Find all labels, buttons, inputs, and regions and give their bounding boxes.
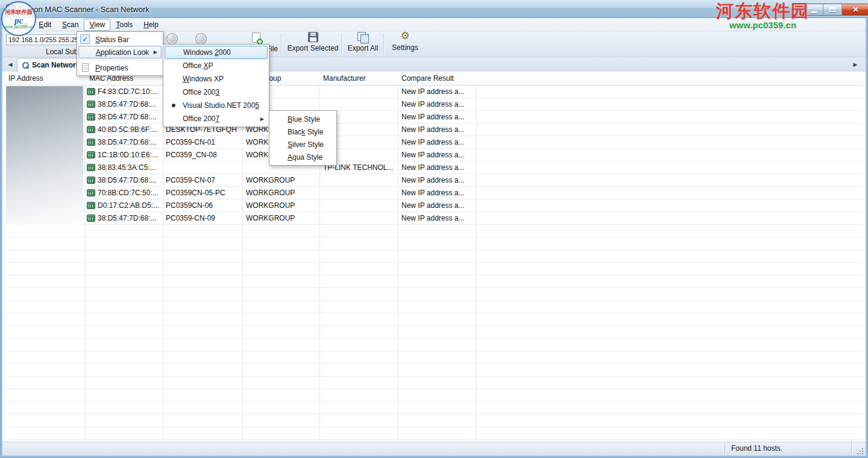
menu-item-label: Properties <box>95 64 128 72</box>
menu-help[interactable]: Help <box>138 19 164 31</box>
table-row[interactable]: 38:83:45:3A:C5:... TP-LINK TECHNOL... Ne… <box>5 162 863 174</box>
menu-view[interactable]: View <box>84 19 110 31</box>
table-row[interactable]: 38:D5:47:7D:68:... New IP address a... <box>5 111 863 124</box>
table-row[interactable]: D0:17:C2:AB:D5:... PC0359CN-06 WORKGROUP… <box>5 199 863 212</box>
mac-cell: 38:83:45:3A:C5:... <box>98 163 156 172</box>
header-compare-result[interactable]: Compare Result <box>401 74 454 83</box>
compare-cell: New IP address a... <box>401 138 465 146</box>
watermark-logo-text: pc <box>14 16 23 25</box>
menu-item-label: Aqua Style <box>288 153 322 162</box>
office-2007-submenu: Blue Style Black Style Silver Style Aqua… <box>269 110 337 166</box>
network-adapter-icon <box>87 88 95 95</box>
magnifier-icon <box>22 62 28 68</box>
window-title: Trogon MAC Scanner - Scan Network <box>18 5 149 14</box>
menu-item-office-2003[interactable]: Office 2003 <box>165 86 268 99</box>
compare-cell: New IP address a... <box>401 125 465 134</box>
menu-item-aqua-style[interactable]: Aqua Style <box>271 151 335 163</box>
menu-item-label: Visual Studio.NET 2005 <box>183 101 259 110</box>
menu-item-office-2007[interactable]: Office 2007 ▶ <box>165 112 268 125</box>
compare-cell: New IP address a... <box>401 201 465 210</box>
menu-item-properties[interactable]: Properties <box>78 61 162 74</box>
copy-files-icon <box>357 32 368 42</box>
menu-separator <box>95 60 160 60</box>
table-row[interactable]: 1C:1B:0D:10:E6:... PC0359_CN-08 WORKGROU… <box>5 149 863 162</box>
menu-tools[interactable]: Tools <box>110 19 138 31</box>
menu-scan[interactable]: Scan <box>57 19 84 31</box>
close-button[interactable]: ✕ <box>842 4 868 15</box>
ip-column-redacted <box>6 86 83 225</box>
export-all-label: Export All <box>348 44 379 52</box>
submenu-arrow-icon: ▶ <box>260 116 264 122</box>
file-plus-icon <box>252 33 260 43</box>
settings-label: Settings <box>392 43 418 52</box>
menu-item-status-bar[interactable]: ✓ Status Bar <box>78 33 162 46</box>
stop-scan-button[interactable] <box>195 33 207 45</box>
status-text: Found 11 hosts. <box>731 444 782 453</box>
table-row[interactable]: 38:D5:47:7D:68:... PC0359-CN-01 WORKGROU… <box>5 136 863 149</box>
table-row[interactable]: 40:8D:5C:9B:6F:... DESKTOP-7ETGFQH WORKG… <box>5 124 863 136</box>
mac-cell: 38:D5:47:7D:68:... <box>98 113 156 121</box>
network-adapter-icon <box>87 177 95 184</box>
radio-dot-icon <box>172 104 175 107</box>
host-cell: PC0359-CN-09 <box>166 214 215 222</box>
network-adapter-icon <box>87 101 95 108</box>
menu-item-visual-studio-2005[interactable]: Visual Studio.NET 2005 <box>165 99 268 112</box>
table-row[interactable]: F4:83:CD:7C:10:... New IP address a... <box>5 86 863 98</box>
window-border-bottom <box>0 456 868 458</box>
compare-cell: New IP address a... <box>401 87 465 96</box>
table-body: F4:83:CD:7C:10:... New IP address a... 3… <box>5 86 863 441</box>
resize-grip[interactable] <box>862 448 863 450</box>
window-border-right <box>866 18 868 456</box>
close-icon: ✕ <box>852 5 858 14</box>
menu-item-windows-xp[interactable]: Windows XP <box>165 72 268 86</box>
menu-item-label: Windows 2000 <box>183 48 231 57</box>
host-table: IP Address MAC Address Workgroup Manufac… <box>5 72 863 441</box>
toolbar-separator <box>281 34 281 54</box>
compare-cell: New IP address a... <box>401 163 465 172</box>
menu-item-office-xp[interactable]: Office XP <box>165 59 268 72</box>
network-adapter-icon <box>87 164 95 171</box>
network-adapter-icon <box>87 189 95 196</box>
host-cell: PC0359_CN-08 <box>166 151 217 159</box>
host-cell: PC0359CN-06 <box>166 201 213 210</box>
header-manufacturer[interactable]: Manufacturer <box>323 74 366 83</box>
app-window: Trogon MAC Scanner - Scan Network ✕ File… <box>0 0 868 458</box>
toolbar-separator <box>383 34 384 54</box>
mac-cell: 38:D5:47:7D:68:... <box>98 100 156 108</box>
export-selected-button[interactable]: Export Selected <box>283 32 342 52</box>
menu-item-silver-style[interactable]: Silver Style <box>271 138 335 151</box>
menu-item-windows-2000[interactable]: Windows 2000 <box>165 46 268 59</box>
menu-item-blue-style[interactable]: Blue Style <box>271 113 335 125</box>
mac-cell: D0:17:C2:AB:D5:... <box>98 201 159 210</box>
network-adapter-icon <box>87 202 95 209</box>
table-row[interactable]: 38:D5:47:7D:68:... PC0359-CN-09 WORKGROU… <box>5 212 863 225</box>
menu-item-label: Application Look <box>96 48 149 57</box>
menu-item-label: Office 2003 <box>183 88 219 96</box>
export-selected-label: Export Selected <box>288 44 339 52</box>
gear-icon: ⚙ <box>400 31 409 42</box>
settings-button[interactable]: ⚙ Settings <box>386 31 424 52</box>
workgroup-cell: WORKGROUP <box>246 189 295 197</box>
menu-edit[interactable]: Edit <box>33 19 57 31</box>
menu-item-label: Status Bar <box>95 36 129 44</box>
watermark-url: www.pc0359.cn <box>716 20 810 30</box>
menu-item-label: Windows XP <box>183 75 224 83</box>
host-cell: PC0359-CN-01 <box>166 138 215 146</box>
mac-cell: 1C:1B:0D:10:E6:... <box>98 151 158 159</box>
statusbar-separator <box>851 444 852 454</box>
table-row[interactable]: 38:D5:47:7D:68:... PC0359-CN-07 WORKGROU… <box>5 174 863 187</box>
menu-item-application-look[interactable]: Application Look ▶ <box>78 46 162 58</box>
tab-scroll-right-button[interactable]: ▶ <box>850 59 861 70</box>
start-scan-button[interactable] <box>166 33 178 45</box>
menu-item-label: Silver Style <box>288 140 324 149</box>
tab-scroll-left-button[interactable]: ◀ <box>5 59 16 70</box>
menu-item-label: Blue Style <box>288 115 320 124</box>
table-row[interactable]: 38:D5:47:7D:68:... New IP address a... <box>5 98 863 111</box>
header-ip-address[interactable]: IP Address <box>8 74 43 83</box>
menu-item-black-style[interactable]: Black Style <box>271 125 335 138</box>
maximize-button[interactable] <box>823 4 842 15</box>
properties-icon <box>82 63 89 72</box>
table-row[interactable]: 70:8B:CD:7C:50:... PC0359CN-05-PC WORKGR… <box>5 187 863 199</box>
export-all-button[interactable]: Export All <box>344 32 382 52</box>
watermark-top-right: 河东软件园 www.pc0359.cn <box>716 2 810 30</box>
